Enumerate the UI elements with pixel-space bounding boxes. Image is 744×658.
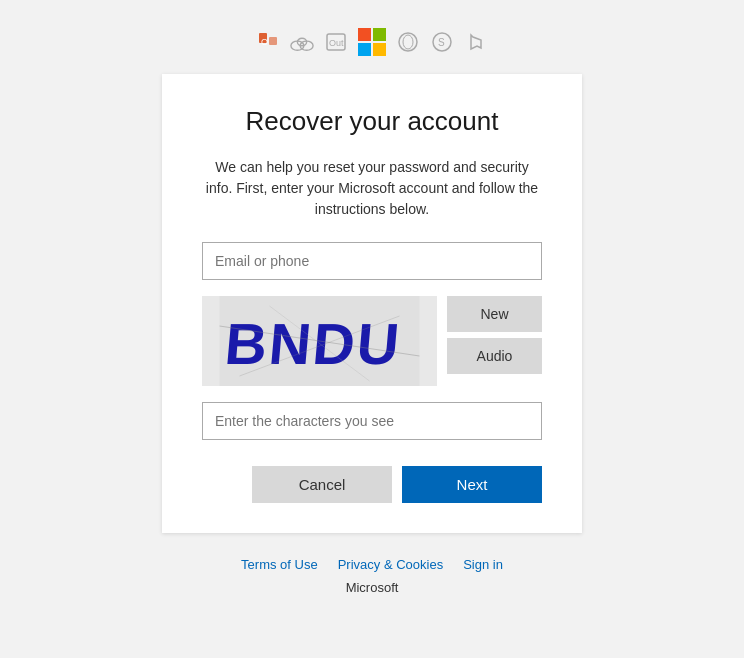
svg-text:S: S xyxy=(438,37,445,48)
page-title: Recover your account xyxy=(202,106,542,137)
svg-point-8 xyxy=(399,33,417,51)
office-icon: O xyxy=(256,30,280,54)
privacy-link[interactable]: Privacy & Cookies xyxy=(338,557,443,572)
product-icons-bar: O Out S xyxy=(256,28,488,56)
ms-logo-blue xyxy=(358,43,371,56)
ms-logo-red xyxy=(358,28,371,41)
main-card: Recover your account We can help you res… xyxy=(162,74,582,533)
terms-link[interactable]: Terms of Use xyxy=(241,557,318,572)
description-text: We can help you reset your password and … xyxy=(202,157,542,220)
xbox-icon xyxy=(396,30,420,54)
svg-text:Out: Out xyxy=(329,38,344,48)
captcha-audio-button[interactable]: Audio xyxy=(447,338,542,374)
footer-links: Terms of Use Privacy & Cookies Sign in xyxy=(241,557,503,572)
signin-link[interactable]: Sign in xyxy=(463,557,503,572)
svg-text:O: O xyxy=(261,37,268,47)
captcha-row: BNDU New Audio xyxy=(202,296,542,386)
captcha-new-button[interactable]: New xyxy=(447,296,542,332)
captcha-image: BNDU xyxy=(202,296,437,386)
action-row: Cancel Next xyxy=(202,466,542,503)
ms-logo-yellow xyxy=(373,43,386,56)
outlook-icon: Out xyxy=(324,30,348,54)
page-wrapper: O Out S Recover your account We can help… xyxy=(0,0,744,658)
cancel-button[interactable]: Cancel xyxy=(252,466,392,503)
svg-marker-12 xyxy=(471,35,481,49)
footer-brand: Microsoft xyxy=(346,580,399,595)
next-button[interactable]: Next xyxy=(402,466,542,503)
onedrive-icon xyxy=(290,30,314,54)
ms-logo-green xyxy=(373,28,386,41)
svg-rect-1 xyxy=(269,37,277,45)
svg-text:BNDU: BNDU xyxy=(223,311,404,376)
svg-point-9 xyxy=(403,35,413,49)
bing-icon xyxy=(464,30,488,54)
microsoft-logo xyxy=(358,28,386,56)
email-input[interactable] xyxy=(202,242,542,280)
captcha-buttons: New Audio xyxy=(447,296,542,386)
skype-icon: S xyxy=(430,30,454,54)
captcha-input[interactable] xyxy=(202,402,542,440)
